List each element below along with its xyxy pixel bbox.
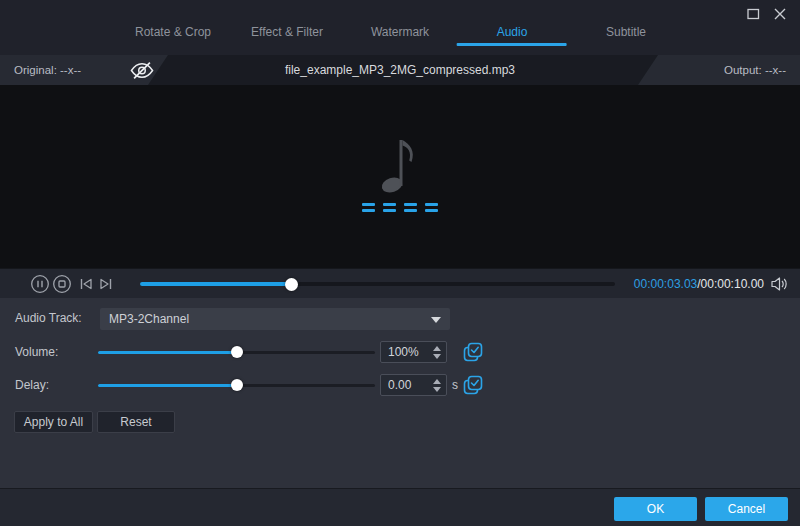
- volume-spin-down-icon[interactable]: [433, 354, 441, 359]
- volume-thumb[interactable]: [231, 346, 243, 358]
- stop-icon: [52, 274, 72, 294]
- audio-track-value: MP3-2Channel: [100, 312, 189, 326]
- delay-spin-down-icon[interactable]: [433, 387, 441, 392]
- audio-track-dropdown[interactable]: MP3-2Channel: [100, 308, 450, 330]
- volume-input[interactable]: [381, 342, 427, 362]
- time-display: 00:00:03.03/00:00:10.00: [634, 269, 764, 299]
- eye-off-icon: [129, 61, 155, 80]
- delay-thumb[interactable]: [231, 379, 243, 391]
- tab-subtitle[interactable]: Subtitle: [606, 25, 646, 39]
- delay-spin-up-icon[interactable]: [433, 379, 441, 384]
- speaker-icon: [770, 276, 789, 292]
- audio-loading-indicator: [0, 203, 800, 212]
- close-icon: [773, 7, 787, 21]
- close-button[interactable]: [772, 6, 788, 22]
- previous-frame-button[interactable]: [76, 274, 96, 294]
- volume-spinbox: [380, 341, 447, 363]
- footer-bar: OK Cancel: [0, 488, 800, 526]
- pause-button[interactable]: [30, 274, 50, 294]
- stop-button[interactable]: [52, 274, 72, 294]
- checked-copy-icon: [463, 342, 483, 362]
- music-note-icon: [378, 133, 422, 195]
- transport-bar: 00:00:03.03/00:00:10.00: [0, 268, 800, 298]
- delay-slider[interactable]: [98, 379, 375, 391]
- next-frame-icon: [98, 276, 114, 292]
- delay-input[interactable]: [381, 375, 427, 395]
- pause-icon: [30, 274, 50, 294]
- chevron-down-icon: [431, 317, 441, 323]
- tab-effect-filter[interactable]: Effect & Filter: [251, 25, 323, 39]
- delay-fill: [98, 384, 237, 387]
- delay-apply-all-checkbox[interactable]: [463, 375, 483, 395]
- previous-frame-icon: [78, 276, 94, 292]
- tab-bar: Rotate & Crop Effect & Filter Watermark …: [0, 0, 800, 55]
- ok-button[interactable]: OK: [614, 497, 697, 521]
- apply-to-all-button[interactable]: Apply to All: [14, 411, 93, 433]
- volume-mute-button[interactable]: [770, 276, 790, 292]
- file-info-bar: Original: --x-- file_example_MP3_2MG_com…: [0, 55, 800, 85]
- maximize-icon: [747, 8, 760, 20]
- preview-area: [0, 85, 800, 268]
- original-resolution-label: Original: --x--: [14, 64, 81, 76]
- total-time: 00:00:10.00: [701, 277, 764, 291]
- output-resolution-segment: Output: --x--: [638, 55, 800, 85]
- maximize-button[interactable]: [745, 6, 761, 22]
- volume-apply-all-checkbox[interactable]: [463, 342, 483, 362]
- audio-settings-panel: Audio Track: MP3-2Channel Volume:: [0, 298, 800, 488]
- current-filename: file_example_MP3_2MG_compressed.mp3: [180, 55, 620, 85]
- volume-slider[interactable]: [98, 346, 375, 358]
- tab-audio[interactable]: Audio: [497, 25, 528, 39]
- audio-editor-window: Rotate & Crop Effect & Filter Watermark …: [0, 0, 800, 526]
- audio-track-label: Audio Track:: [15, 311, 82, 325]
- seek-fill: [140, 282, 292, 286]
- delay-unit: s: [452, 378, 458, 392]
- next-frame-button[interactable]: [96, 274, 116, 294]
- delay-label: Delay:: [15, 378, 49, 392]
- current-time: 00:00:03.03: [634, 277, 697, 291]
- volume-label: Volume:: [15, 345, 58, 359]
- tab-watermark[interactable]: Watermark: [371, 25, 429, 39]
- preview-visibility-toggle[interactable]: [128, 61, 156, 80]
- seek-slider[interactable]: [140, 281, 615, 287]
- reset-button[interactable]: Reset: [97, 411, 175, 433]
- tab-rotate-crop[interactable]: Rotate & Crop: [135, 25, 211, 39]
- volume-fill: [98, 351, 237, 354]
- volume-spin-up-icon[interactable]: [433, 346, 441, 351]
- delay-spinbox: [380, 374, 447, 396]
- cancel-button[interactable]: Cancel: [705, 497, 788, 521]
- checked-copy-icon: [463, 375, 483, 395]
- output-resolution-label: Output: --x--: [724, 64, 786, 76]
- seek-thumb[interactable]: [285, 278, 298, 291]
